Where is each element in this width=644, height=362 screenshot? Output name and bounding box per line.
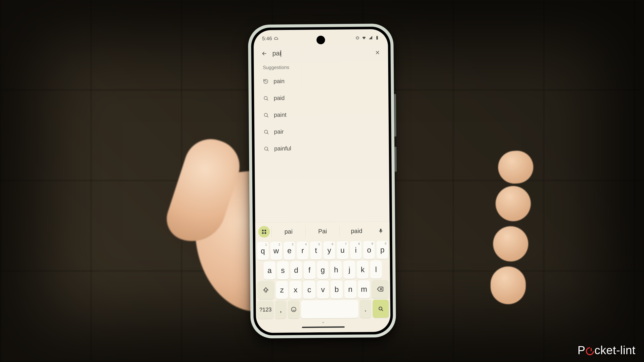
period-key[interactable]: . <box>360 300 371 318</box>
svg-rect-0 <box>357 36 358 39</box>
search-icon <box>263 95 269 101</box>
vibrate-icon <box>355 35 360 40</box>
svg-rect-1 <box>376 36 378 40</box>
key-l[interactable]: l <box>370 260 382 279</box>
camera-hole <box>316 36 325 44</box>
arrow-left-icon <box>261 50 267 56</box>
watermark: P cket-lint <box>578 343 635 357</box>
suggestion-text: paint <box>274 111 287 118</box>
clear-search-button[interactable] <box>374 49 381 56</box>
shift-icon <box>262 287 269 293</box>
key-s[interactable]: s <box>277 261 289 279</box>
keyboard-rows: q1 w2 e3 r4 t5 y6 u7 i8 o9 p0 <box>257 238 389 319</box>
suggestion-text: pain <box>273 78 285 84</box>
search-input[interactable]: pai <box>272 49 369 57</box>
key-i[interactable]: i8 <box>350 241 362 259</box>
keyboard-collapse-chevron[interactable]: ⌄ <box>258 319 389 325</box>
volume-button[interactable] <box>394 94 396 137</box>
close-icon <box>375 50 380 55</box>
suggestion-item[interactable]: painful <box>255 139 389 157</box>
grid-icon <box>261 229 267 235</box>
key-e[interactable]: e3 <box>284 242 295 260</box>
power-icon <box>584 345 595 357</box>
microphone-icon <box>378 228 384 234</box>
backspace-key[interactable] <box>372 280 389 298</box>
suggestion-text: paid <box>274 95 285 101</box>
key-m[interactable]: m <box>358 280 370 298</box>
space-key[interactable] <box>301 300 358 319</box>
keyboard-row-4: ?123 , . <box>257 300 389 319</box>
backspace-icon <box>377 286 384 293</box>
watermark-text-left: P <box>578 343 585 357</box>
suggestion-item[interactable]: pain <box>254 72 388 90</box>
key-f[interactable]: f <box>303 261 315 279</box>
screen: 5:46 <box>254 29 390 333</box>
power-button[interactable] <box>394 147 397 172</box>
text-cursor <box>280 51 281 57</box>
key-d[interactable]: d <box>290 261 302 279</box>
key-q[interactable]: q1 <box>257 242 269 260</box>
svg-rect-9 <box>262 232 264 234</box>
search-icon <box>263 129 269 134</box>
key-w[interactable]: w2 <box>270 242 282 260</box>
svg-rect-10 <box>265 232 266 234</box>
key-c[interactable]: c <box>303 281 315 299</box>
key-o[interactable]: o9 <box>363 241 375 259</box>
search-bar: pai <box>254 42 388 64</box>
battery-icon <box>375 35 379 40</box>
keyboard: pai Pai paid q1 w2 <box>255 221 390 333</box>
key-t[interactable]: t5 <box>310 241 322 259</box>
suggestion-text: painful <box>274 145 291 152</box>
status-time: 5:46 <box>262 36 272 41</box>
scene-photograph: 5:46 <box>0 0 644 362</box>
keyboard-menu-button[interactable] <box>258 226 270 238</box>
keyboard-row-2: a s d f g h j k l <box>257 260 389 280</box>
keyboard-suggestion[interactable]: paid <box>339 225 374 237</box>
key-b[interactable]: b <box>331 280 343 298</box>
svg-rect-11 <box>380 229 382 232</box>
key-p[interactable]: p0 <box>376 241 388 259</box>
key-u[interactable]: u7 <box>337 241 348 259</box>
suggestion-item[interactable]: paid <box>254 89 389 107</box>
key-r[interactable]: r4 <box>297 241 309 259</box>
key-g[interactable]: g <box>317 261 329 279</box>
signal-icon <box>368 35 373 40</box>
content-spacer <box>255 156 389 223</box>
key-j[interactable]: j <box>343 261 355 279</box>
key-k[interactable]: k <box>357 260 369 279</box>
key-a[interactable]: a <box>264 261 276 280</box>
suggestion-item[interactable]: pair <box>254 122 389 141</box>
shift-key[interactable] <box>257 281 274 299</box>
symbols-key[interactable]: ?123 <box>257 301 273 319</box>
key-h[interactable]: h <box>330 261 342 279</box>
weather-icon <box>274 36 278 41</box>
nav-home-indicator[interactable] <box>302 326 345 328</box>
keyboard-suggestion[interactable]: Pai <box>305 225 340 237</box>
voice-input-button[interactable] <box>375 225 387 237</box>
svg-rect-2 <box>377 36 377 36</box>
key-v[interactable]: v <box>317 281 329 299</box>
key-n[interactable]: n <box>344 280 356 298</box>
keyboard-row-3: z x c v b n m <box>257 280 389 299</box>
search-icon <box>263 112 269 118</box>
search-icon <box>378 306 384 312</box>
emoji-key[interactable] <box>288 300 299 319</box>
emoji-icon <box>291 306 297 312</box>
search-action-key[interactable] <box>373 300 389 318</box>
suggestion-item[interactable]: paint <box>254 106 389 124</box>
suggestion-text: pair <box>274 128 284 135</box>
svg-point-12 <box>291 307 296 312</box>
wifi-icon <box>362 35 366 40</box>
watermark-text-right: cket-lint <box>594 343 635 357</box>
key-z[interactable]: z <box>276 281 288 299</box>
comma-key[interactable]: , <box>275 300 287 319</box>
svg-rect-8 <box>265 230 266 231</box>
back-button[interactable] <box>261 50 268 57</box>
keyboard-suggestion-bar: pai Pai paid <box>257 224 388 239</box>
history-icon <box>263 78 268 84</box>
key-x[interactable]: x <box>290 281 302 299</box>
suggestions-header: Suggestions <box>254 62 388 73</box>
keyboard-suggestion[interactable]: pai <box>271 226 306 237</box>
search-icon <box>264 146 269 151</box>
key-y[interactable]: y6 <box>323 241 335 259</box>
